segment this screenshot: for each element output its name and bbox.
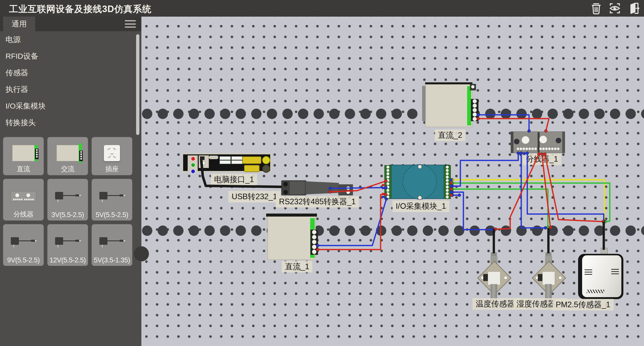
pegboard-hole-band-top (141, 108, 644, 120)
label-usb232: USB转232_1 (228, 191, 280, 202)
exit-icon[interactable] (626, 1, 640, 15)
splitter-hole (514, 139, 519, 144)
usb-ports-3 (231, 156, 243, 160)
io-left-terminals (384, 165, 391, 199)
splitter-knob (522, 136, 529, 144)
sidebar-item-io[interactable]: I/O采集模块 (0, 98, 135, 114)
io-circle (403, 164, 437, 199)
device-palette: 直流 交流 插座 分线器 3V(5.5-2.5) (3, 137, 138, 266)
sidebar-scrollbar[interactable] (136, 34, 139, 135)
serial-port (244, 165, 260, 172)
splitter-knob (539, 136, 547, 143)
pm25-vent (585, 272, 592, 272)
adapter-thumbnail-icon (55, 191, 80, 201)
sidebar-item-rfid[interactable]: RFID设备 (0, 48, 135, 64)
dc2-left-piece (422, 86, 426, 121)
sidebar-item-actuator[interactable]: 执行器 (0, 81, 135, 98)
label-io-module: I/O采集模块_1 (392, 200, 449, 212)
palette-label: 交流 (48, 164, 88, 174)
device-dc1[interactable] (267, 216, 316, 260)
device-io-module[interactable] (389, 165, 450, 199)
sidebar-tabrow: 通用 (0, 17, 141, 31)
splitter-ports (539, 147, 560, 150)
socket-thumbnail-icon (104, 145, 120, 161)
pm25-vent (585, 269, 592, 270)
device-pc-interface[interactable] (182, 153, 271, 172)
device-splitter[interactable] (511, 131, 565, 153)
sidebar-collapse-handle[interactable] (134, 246, 149, 261)
device-dc2[interactable] (425, 84, 472, 127)
app-window: 电脑接口_1 USB转232_1 RS232转485转换器_1 I/O采集模块_… (0, 0, 644, 346)
device-usb232[interactable] (281, 180, 306, 195)
round-connector-dark (262, 165, 270, 173)
delete-icon[interactable] (589, 1, 603, 15)
adapter-thumbnail-icon (55, 237, 80, 247)
vent-slot (209, 156, 218, 159)
observe-icon[interactable] (608, 1, 622, 15)
palette-label: 9V(5.5-2.5) (3, 256, 44, 264)
usb-ports-1 (220, 156, 231, 160)
palette-item-5v-slim[interactable]: 5V(3.5-1.35) (92, 224, 132, 266)
io-left-stub-red (382, 193, 385, 195)
jack-blue (191, 169, 195, 174)
dc1-terminal-block (310, 230, 318, 255)
palette-item-socket[interactable]: 插座 (92, 137, 132, 175)
probe-collar (488, 271, 500, 285)
round-connector-yellow (262, 156, 270, 164)
dc2-corner (470, 84, 476, 90)
splitter-ports (516, 147, 537, 150)
tab-general[interactable]: 通用 (3, 17, 35, 31)
dc-thumbnail-icon (12, 145, 34, 161)
label-dc1: 直流_1 (282, 261, 312, 272)
probe-plug (483, 274, 488, 281)
title-bar: 工业互联网设备及接线3D仿真系统 (0, 0, 644, 17)
bracket-hole (558, 276, 562, 280)
label-dc2: 直流_2 (435, 129, 465, 141)
io-left-stub-blue (382, 187, 385, 189)
label-rs232-485: RS232转485转换器_1 (276, 196, 359, 207)
pegboard-hole-band-bottom (141, 225, 644, 236)
palette-label: 12V(5.5-2.5) (48, 256, 88, 264)
sidebar-item-adapter[interactable]: 转换接头 (0, 114, 135, 131)
palette-item-12v[interactable]: 12V(5.5-2.5) (47, 224, 88, 266)
dc2-green-strip (467, 86, 471, 125)
palette-item-ac[interactable]: 交流 (47, 137, 88, 175)
bracket-hole (504, 276, 507, 280)
label-splitter: 分线器_1 (523, 153, 561, 165)
pm25-vent (611, 271, 619, 272)
palette-label: 插座 (92, 164, 132, 174)
label-pm25-sensor: PM2.5传感器_1 (552, 299, 614, 310)
splitter-endcap-left (511, 132, 513, 153)
io-right-terminals (444, 165, 451, 199)
sidebar-item-sensor[interactable]: 传感器 (0, 64, 135, 81)
screw-bottom (418, 195, 422, 200)
palette-label: 直流 (3, 164, 44, 174)
palette-item-5v[interactable]: 5V(5.5-2.5) (92, 179, 132, 221)
jack-green (191, 163, 195, 167)
device-rs232-485[interactable] (306, 181, 339, 194)
adapter-thumbnail-icon (11, 237, 36, 247)
splitter-thumbnail-icon (11, 191, 36, 202)
jack-red (191, 156, 195, 161)
palette-item-3v[interactable]: 3V(5.5-2.5) (47, 179, 88, 221)
palette-label: 5V(5.5-2.5) (92, 211, 132, 219)
palette-label: 3V(5.5-2.5) (48, 211, 88, 219)
ac-thumbnail-icon (57, 145, 79, 161)
ps2-port (199, 155, 209, 168)
adapter-thumbnail-icon (99, 237, 125, 247)
terminal-screw (346, 186, 350, 190)
palette-item-9v[interactable]: 9V(5.5-2.5) (3, 224, 44, 266)
sidebar-item-power[interactable]: 电源 (0, 31, 135, 48)
usb-ports-2 (220, 160, 231, 164)
terminal-screw (346, 190, 350, 194)
pm25-vent (585, 274, 592, 275)
palette-item-splitter[interactable]: 分线器 (3, 179, 44, 221)
screw (283, 182, 288, 186)
label-pc-interface: 电脑接口_1 (211, 174, 257, 185)
dc2-top-edge (425, 82, 472, 84)
dc1-top-edge (266, 214, 317, 217)
palette-label: 分线器 (3, 210, 44, 219)
palette-item-dc[interactable]: 直流 (3, 137, 44, 175)
io-left-stub-blue (382, 196, 385, 198)
menu-icon[interactable] (125, 20, 136, 28)
